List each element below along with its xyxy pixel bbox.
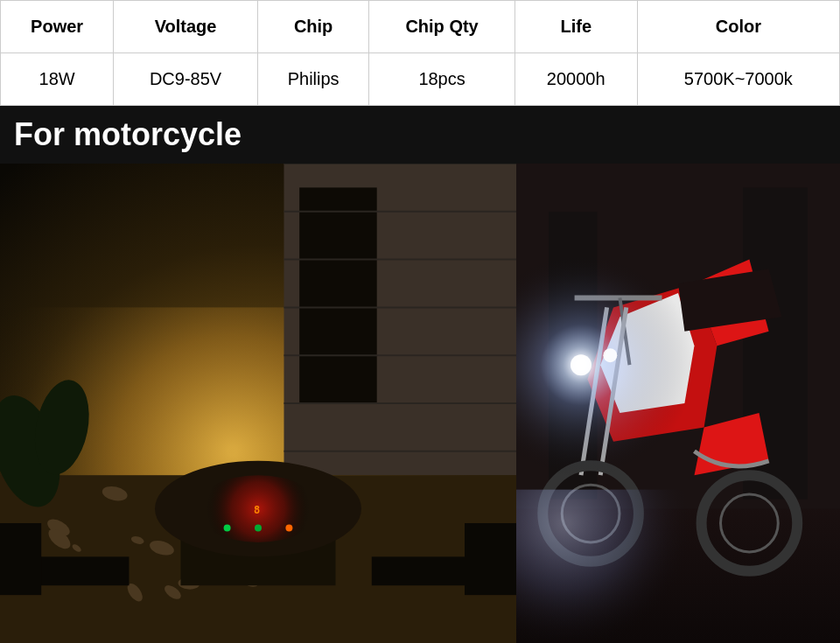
banner-text: For motorcycle [14,116,242,152]
cell-power: 18W [1,53,114,106]
left-photo-canvas [0,164,516,643]
cell-color: 5700K~7000k [637,53,839,106]
cell-voltage: DC9-85V [114,53,258,106]
photo-left [0,164,516,643]
motorcycle-banner: For motorcycle [0,106,840,164]
specs-table: Power Voltage Chip Chip Qty Life Color 1… [0,0,840,106]
cell-chip-qty: 18pcs [369,53,514,106]
header-voltage: Voltage [114,1,258,53]
cell-life: 20000h [514,53,637,106]
page-container: Power Voltage Chip Chip Qty Life Color 1… [0,0,840,643]
photo-right [516,164,840,643]
cell-chip: Philips [257,53,368,106]
right-photo-canvas [516,164,840,643]
header-power: Power [1,1,114,53]
header-color: Color [637,1,839,53]
header-life: Life [514,1,637,53]
photo-gallery [0,164,840,643]
header-chip: Chip [257,1,368,53]
header-chip-qty: Chip Qty [369,1,514,53]
